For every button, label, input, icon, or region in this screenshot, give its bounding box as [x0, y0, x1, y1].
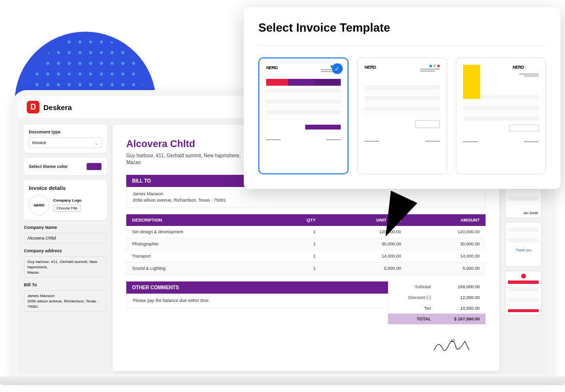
subtotal-label: Subtotal: [388, 281, 437, 292]
laptop-base: [0, 376, 565, 385]
popup-title: Select Invoice Template: [258, 21, 546, 35]
invoice-line-items-table: DESCRIPTION QTY UNIT PRICE AMOUNT Set de…: [126, 214, 486, 275]
template-logo: NERD: [266, 65, 278, 70]
company-addr-input[interactable]: Guy harbour, 411, Gerhald summit, New ha…: [24, 256, 107, 278]
sidebar: Document type Invoice ⌄ Select theme col…: [24, 125, 107, 371]
doc-type-label: Document type: [29, 130, 102, 134]
invoice-details-header: Invoice details: [29, 185, 102, 191]
chevron-down-icon: ⌄: [95, 141, 98, 146]
doc-type-value: Invoice: [32, 140, 46, 145]
other-comments-header: OTHER COMMENTS: [126, 281, 388, 294]
total-label: TOTAL: [388, 314, 437, 324]
col-amount: AMOUNT: [407, 214, 486, 226]
yellow-accent: [463, 65, 480, 99]
company-name-label: Company Name: [24, 225, 107, 230]
template-option-2[interactable]: NERD: [357, 57, 448, 174]
table-row: Sound & Lighting15,000.005,000.00: [126, 262, 486, 275]
table-row: Transport114,000.0014,000.00: [126, 250, 486, 262]
total-value: $ 167,560.00: [437, 314, 486, 324]
discount-label: Discount (-): [388, 292, 437, 303]
bill-to-field: Bill To James Macwon 2056 wilson avenue,…: [24, 282, 107, 312]
theme-color-swatch[interactable]: [86, 163, 102, 170]
doc-type-panel: Document type Invoice ⌄: [24, 125, 107, 153]
doc-type-select[interactable]: Invoice ⌄: [29, 137, 102, 148]
signature-icon: [432, 336, 476, 355]
bill-to-input[interactable]: James Macwon 2056 wilson avenue, Richard…: [24, 290, 107, 312]
template-logo: NERD: [365, 65, 376, 70]
company-name-input[interactable]: Alcovera Chltd: [24, 233, 107, 243]
brand-name: Deskera: [43, 103, 72, 112]
invoice-details-panel: Invoice details NERD Company Logo Choose…: [24, 180, 107, 220]
subtotal-value: 169,000.00: [437, 281, 486, 292]
bill-to-label: Bill To: [24, 282, 107, 287]
table-row: Set design & development1120,000.00120,0…: [126, 226, 486, 238]
discount-value: 12,000.00: [437, 292, 486, 303]
template-logo: NERD: [513, 65, 525, 70]
popup-body: ✓ NERD NERD: [258, 45, 546, 174]
company-name-field: Company Name Alcovera Chltd: [24, 225, 107, 243]
deskera-logo-icon: D: [27, 101, 39, 113]
check-icon: ✓: [332, 63, 343, 74]
company-logo-label: Company Logo: [53, 198, 81, 203]
theme-color-panel: Select theme color: [24, 158, 107, 175]
template-option-3[interactable]: NERD: [456, 57, 546, 174]
template-thumb-3[interactable]: Thank you: [505, 222, 542, 267]
other-comments-body: Please pay the balance due within time: [126, 294, 388, 308]
template-thumb-4[interactable]: [505, 271, 542, 316]
col-qty: QTY: [273, 214, 321, 226]
col-description: DESCRIPTION: [126, 214, 273, 226]
company-addr-field: Company address Guy harbour, 411, Gerhal…: [24, 248, 107, 278]
bill-to-body: James Macwon 2056 wilson avenue, Richard…: [126, 187, 486, 207]
tax-value: 10,560.00: [437, 303, 486, 314]
choose-file-button[interactable]: Choose File: [53, 205, 81, 212]
signature: [126, 336, 486, 357]
template-option-1[interactable]: ✓ NERD: [258, 57, 349, 174]
company-addr-label: Company address: [24, 248, 107, 253]
tax-label: Tax: [388, 303, 437, 314]
table-row: Photographer130,000.0030,000.00: [126, 238, 486, 250]
company-logo-preview: NERD: [29, 195, 49, 215]
theme-color-label: Select theme color: [29, 164, 68, 169]
template-picker-popup: Select Invoice Template ✓ NERD NERD: [244, 7, 561, 189]
